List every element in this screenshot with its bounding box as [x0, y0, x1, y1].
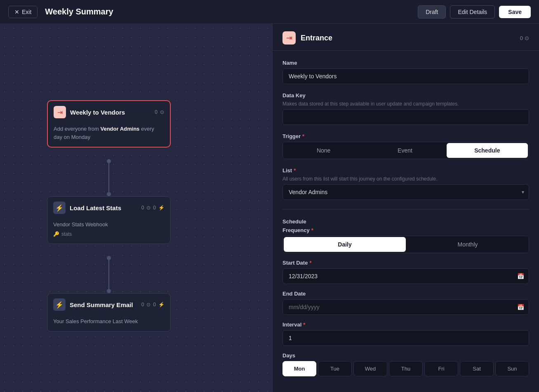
- entrance-count: 0: [155, 109, 158, 115]
- trigger-event-button[interactable]: Event: [364, 142, 445, 159]
- header-actions: Draft Edit Details Save: [418, 5, 531, 19]
- key-icon: 🔑: [53, 230, 59, 238]
- main-layout: ⇥ Weekly to Vendors 0 ⊙ Add everyone fro…: [0, 24, 539, 392]
- exit-label: Exit: [22, 9, 31, 15]
- panel-count: 0 ⊙: [520, 35, 529, 41]
- entrance-node-icon: ⇥: [54, 106, 66, 118]
- frequency-monthly-button[interactable]: Monthly: [407, 236, 529, 253]
- start-date-wrap: 📅: [282, 268, 529, 284]
- end-date-label: End Date: [282, 291, 529, 297]
- interval-field-group: Interval *: [282, 322, 529, 346]
- webhook-node[interactable]: ⚡ Load Latest Stats 0 ⊙ 0 ⚡ Vendor Stats…: [47, 196, 171, 244]
- data-key-field-group: Data Key Makes data stored at this step …: [282, 92, 529, 125]
- start-date-required-marker: *: [309, 260, 311, 266]
- data-key-field-label: Data Key: [282, 92, 529, 99]
- days-toggle-group: Mon Tue Wed Thu Fri Sat Sun: [282, 361, 529, 376]
- list-field-label: List *: [282, 167, 529, 174]
- entrance-node-title: Weekly to Vendors: [70, 109, 151, 116]
- panel-entrance-icon: ⇥: [282, 31, 296, 45]
- name-field-group: Name: [282, 60, 529, 84]
- interval-required-marker: *: [303, 322, 305, 328]
- connector-line-1: [108, 161, 109, 194]
- email-node-title: Send Summary Email: [70, 301, 137, 308]
- list-field-group: List * All users from this list will sta…: [282, 167, 529, 200]
- interval-input[interactable]: [282, 330, 529, 346]
- list-required-marker: *: [294, 167, 296, 174]
- trigger-field-label: Trigger *: [282, 133, 529, 139]
- day-sat-button[interactable]: Sat: [460, 361, 494, 376]
- close-icon: ✕: [14, 9, 19, 15]
- interval-label: Interval *: [282, 322, 529, 328]
- canvas: ⇥ Weekly to Vendors 0 ⊙ Add everyone fro…: [0, 24, 272, 392]
- webhook-circle-icon: ⊙: [146, 205, 151, 211]
- day-sun-button[interactable]: Sun: [495, 361, 529, 376]
- start-date-field-group: Start Date * 📅: [282, 260, 529, 284]
- panel-header: ⇥ Entrance 0 ⊙: [273, 24, 539, 51]
- email-node-body: Your Sales Performance Last Week: [47, 316, 170, 331]
- list-select-wrap: Vendor Admins ▾: [282, 184, 529, 200]
- connector-dot-2: [107, 192, 111, 196]
- panel-count-icon: ⊙: [525, 35, 529, 41]
- webhook-node-body: Vendor Stats Webhook 🔑 stats: [47, 219, 170, 244]
- days-field-group: Days Mon Tue Wed Thu Fri Sat Sun: [282, 352, 529, 376]
- start-date-label: Start Date *: [282, 260, 529, 266]
- frequency-daily-button[interactable]: Daily: [284, 237, 406, 252]
- save-button[interactable]: Save: [499, 6, 531, 18]
- frequency-toggle-group: Daily Monthly: [282, 236, 529, 253]
- trigger-toggle-group: None Event Schedule: [282, 142, 529, 159]
- webhook-node-meta: 0 ⊙ 0 ⚡: [141, 205, 165, 211]
- app-header: ✕ Exit Weekly Summary Draft Edit Details…: [0, 0, 539, 24]
- email-node[interactable]: ⚡ Send Summary Email 0 ⊙ 0 ⚡ Your Sales …: [47, 293, 171, 332]
- entrance-circle-icon: ⊙: [160, 109, 164, 115]
- end-date-wrap: 📅: [282, 299, 529, 315]
- trigger-schedule-button[interactable]: Schedule: [447, 143, 528, 158]
- webhook-node-title: Load Latest Stats: [70, 204, 137, 211]
- trigger-none-button[interactable]: None: [283, 142, 364, 159]
- data-key-hint: Makes data stored at this step available…: [282, 101, 529, 107]
- schedule-label: Schedule: [282, 218, 529, 225]
- right-panel: ⇥ Entrance 0 ⊙ Name Data Key Makes data …: [272, 24, 539, 392]
- entrance-node-meta: 0 ⊙: [155, 109, 164, 115]
- start-date-input[interactable]: [282, 268, 529, 284]
- day-thu-button[interactable]: Thu: [389, 361, 423, 376]
- schedule-section: Schedule Frequency * Daily Monthly Sta: [282, 218, 529, 376]
- list-hint: All users from this list will start this…: [282, 176, 529, 182]
- entrance-node[interactable]: ⇥ Weekly to Vendors 0 ⊙ Add everyone fro…: [47, 100, 171, 148]
- day-wed-button[interactable]: Wed: [353, 361, 387, 376]
- exit-button[interactable]: ✕ Exit: [8, 6, 38, 18]
- page-title: Weekly Summary: [45, 7, 418, 16]
- list-select[interactable]: Vendor Admins: [282, 184, 529, 200]
- end-date-field-group: End Date 📅: [282, 291, 529, 315]
- frequency-label: Frequency *: [282, 227, 529, 233]
- day-tue-button[interactable]: Tue: [318, 361, 352, 376]
- frequency-field-group: Frequency * Daily Monthly: [282, 227, 529, 253]
- frequency-required-marker: *: [311, 227, 313, 233]
- day-fri-button[interactable]: Fri: [424, 361, 458, 376]
- entrance-node-body: Add everyone from Vendor Admins every da…: [48, 123, 170, 147]
- day-mon-button[interactable]: Mon: [282, 361, 316, 376]
- panel-title: Entrance: [301, 34, 515, 42]
- email-node-meta: 0 ⊙ 0 ⚡: [141, 302, 165, 307]
- name-field-label: Name: [282, 60, 529, 66]
- email-circle-icon: ⊙: [146, 302, 151, 307]
- days-label: Days: [282, 352, 529, 359]
- webhook-node-icon: ⚡: [53, 202, 66, 214]
- name-input[interactable]: [282, 68, 529, 84]
- email-node-icon: ⚡: [53, 298, 66, 311]
- webhook-bolt-icon: ⚡: [158, 205, 165, 211]
- trigger-field-group: Trigger * None Event Schedule: [282, 133, 529, 159]
- divider-1: [282, 209, 529, 209]
- connector-line-2: [108, 258, 109, 291]
- panel-body: Name Data Key Makes data stored at this …: [273, 51, 539, 385]
- email-bolt-icon: ⚡: [158, 302, 165, 307]
- draft-button[interactable]: Draft: [418, 5, 446, 19]
- end-date-input[interactable]: [282, 299, 529, 315]
- trigger-required-marker: *: [302, 133, 304, 139]
- edit-details-button[interactable]: Edit Details: [450, 5, 495, 19]
- connector-dot-4: [107, 289, 111, 293]
- data-key-input[interactable]: [282, 109, 529, 125]
